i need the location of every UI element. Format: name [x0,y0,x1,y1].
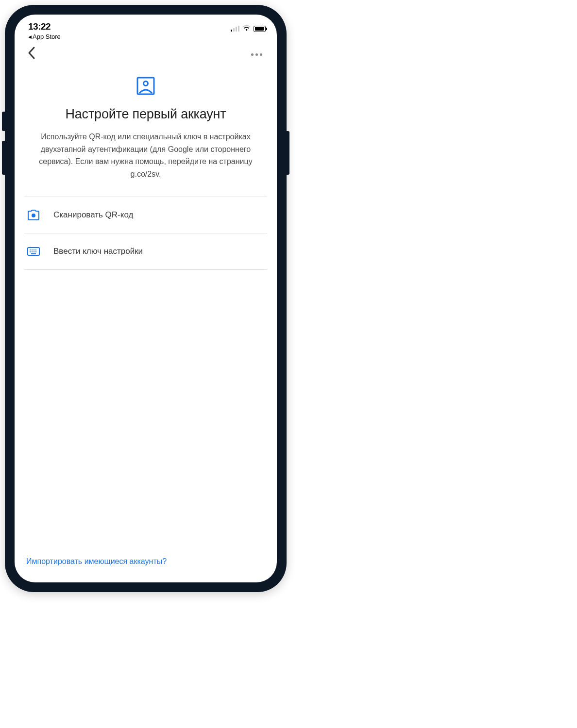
status-time: 13:22 [28,21,61,32]
back-to-app-label: App Store [33,33,61,40]
svg-rect-11 [34,251,34,252]
page-description: Используйте QR-код или специальный ключ … [24,131,267,180]
status-right [231,21,267,33]
nav-bar [15,41,277,68]
main-content: Настройте первый аккаунт Используйте QR-… [15,68,277,547]
setup-options-list: Сканировать QR-код [24,197,267,270]
wifi-icon [242,24,251,33]
svg-rect-6 [32,249,33,250]
phone-volume-button [2,141,5,175]
footer: Импортировать имеющиеся аккаунты? [15,547,277,582]
svg-point-2 [144,82,148,86]
phone-screen: 13:22 App Store [15,15,277,582]
phone-power-button [287,131,289,175]
svg-point-3 [32,214,35,217]
svg-point-0 [246,29,248,31]
scan-qr-label: Сканировать QR-код [53,210,133,220]
back-button[interactable] [23,44,40,65]
svg-rect-5 [30,249,31,250]
more-options-button[interactable] [247,50,266,60]
cellular-signal-icon [231,26,239,32]
battery-icon [254,26,267,32]
keyboard-icon [27,246,40,257]
phone-device-frame: 13:22 App Store [5,5,287,592]
svg-rect-12 [35,251,36,252]
svg-rect-9 [30,251,31,252]
chevron-left-icon [27,46,36,60]
page-title: Настройте первый аккаунт [24,107,267,122]
svg-rect-8 [35,249,36,250]
status-bar: 13:22 App Store [15,15,277,41]
scan-qr-option[interactable]: Сканировать QR-код [24,197,267,233]
back-to-app-link[interactable]: App Store [28,33,61,40]
status-left: 13:22 App Store [28,21,61,40]
camera-icon [27,210,40,220]
svg-rect-7 [34,249,34,250]
svg-rect-13 [31,253,36,254]
more-dots-icon [251,53,254,56]
enter-key-option[interactable]: Ввести ключ настройки [24,233,267,270]
import-accounts-link[interactable]: Импортировать имеющиеся аккаунты? [26,557,167,565]
phone-volume-button [2,112,5,131]
account-setup-icon [24,68,267,107]
enter-key-label: Ввести ключ настройки [53,247,143,256]
svg-rect-10 [32,251,33,252]
